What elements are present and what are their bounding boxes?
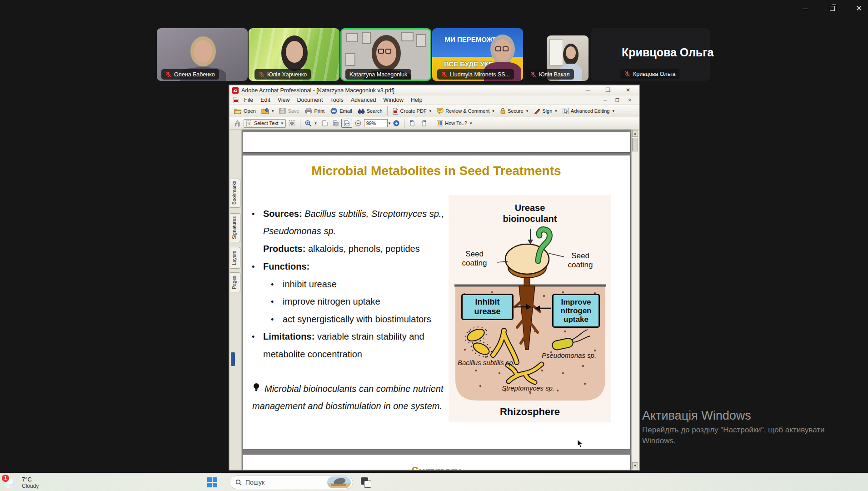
tab-bookmarks[interactable]: Bookmarks: [230, 179, 240, 208]
print-button[interactable]: Print: [302, 106, 328, 115]
zoom-out-button[interactable]: [352, 119, 364, 128]
slide-line-functions: Functions:: [263, 261, 309, 272]
weather-condition: Cloudy: [22, 483, 39, 489]
email-icon: [330, 108, 338, 114]
menu-window[interactable]: Window: [379, 96, 407, 104]
scrollbar-down-icon[interactable]: ▼: [632, 462, 638, 469]
search-highlight-image: [327, 476, 351, 488]
menu-tools[interactable]: Tools: [327, 96, 347, 104]
slide-subline-2: improve nitrogen uptake: [283, 296, 380, 307]
mic-muted-icon: [530, 71, 536, 77]
zoom-in-tool-icon: [305, 120, 312, 127]
window-close-icon[interactable]: ✕: [623, 87, 634, 94]
binoculars-search-icon: [358, 108, 365, 114]
tab-pages[interactable]: Pages: [230, 272, 240, 292]
app-close-icon[interactable]: ✕: [852, 4, 866, 14]
windows-activation-line2: Windows.: [642, 436, 676, 446]
advanced-editing-icon: [563, 108, 569, 114]
secure-button[interactable]: Secure▾: [497, 106, 531, 115]
rotate-ccw-button[interactable]: [406, 119, 418, 128]
create-pdf-button[interactable]: Create PDF▾: [389, 106, 434, 116]
hand-tool-icon: [234, 120, 241, 127]
organizer-button[interactable]: ▾: [259, 106, 277, 115]
scrollbar-thumb[interactable]: [632, 138, 638, 151]
document-area[interactable]: Microbial Metabolites in Seed Treatments…: [242, 130, 631, 470]
pdf-page-fragment-top: [243, 132, 630, 152]
app-minimize-icon[interactable]: ─: [798, 4, 812, 14]
start-button[interactable]: [207, 477, 219, 489]
organizer-icon: [261, 108, 269, 114]
how-to-button[interactable]: How To..?▾: [434, 119, 474, 128]
fit-page-button[interactable]: [330, 119, 341, 128]
participant-name-label: Юлія Вакал: [526, 69, 574, 80]
svg-text:T: T: [248, 121, 250, 126]
review-comment-button[interactable]: Review & Comment▾: [434, 106, 497, 115]
window-minimize-icon[interactable]: ─: [583, 87, 594, 94]
pane-scroll-indicator[interactable]: [231, 352, 235, 366]
bacillus-label: Bacillus subtilis sp.: [458, 359, 515, 366]
slide-line-products: Products: alkaloids, phenols, peptides: [263, 244, 420, 254]
search-button[interactable]: Search: [355, 106, 385, 115]
fit-width-button-active[interactable]: [341, 119, 352, 128]
rotate-ccw-icon: [409, 120, 415, 126]
participant-name-label: Юлія Харченко: [254, 69, 311, 80]
tab-layers[interactable]: Layers: [230, 247, 240, 269]
slide-title: Microbial Metabolites in Seed Treatments: [243, 164, 630, 178]
app-restore-icon[interactable]: [825, 4, 839, 14]
acrobat-window: Adobe Acrobat Professional - [Katarzyna …: [229, 85, 640, 471]
scrollbar-up-icon[interactable]: ▲: [632, 130, 638, 137]
snapshot-tool-button[interactable]: [286, 119, 298, 128]
menu-help[interactable]: Help: [407, 96, 426, 104]
acrobat-titlebar[interactable]: Adobe Acrobat Professional - [Katarzyna …: [229, 85, 639, 95]
menu-document[interactable]: Document: [294, 96, 327, 104]
rhizosphere-diagram: Urease bioinoculant Seed coating Seed co…: [449, 195, 611, 422]
streptomyces-label: Streptomyces sp.: [494, 384, 562, 392]
tab-signatures[interactable]: Signatures: [230, 213, 240, 242]
wall-picture: [346, 33, 358, 42]
slide-subline-1: inhibit urease: [283, 279, 337, 290]
advanced-editing-button[interactable]: Advanced Editing▾: [560, 106, 617, 115]
wall-picture: [345, 53, 355, 66]
save-icon: [279, 108, 286, 114]
window-restore-icon[interactable]: ❐: [603, 87, 614, 94]
open-button[interactable]: Open: [231, 106, 259, 115]
taskbar: 1 7°C Cloudy Пошук: [0, 473, 868, 491]
menu-advanced[interactable]: Advanced: [347, 96, 380, 104]
search-box[interactable]: Пошук: [229, 476, 353, 489]
weather-widget[interactable]: 1 7°C Cloudy: [3, 474, 71, 491]
zoom-in-button[interactable]: [390, 119, 402, 128]
snapshot-tool-icon: [289, 120, 295, 126]
email-button[interactable]: Email: [327, 106, 355, 115]
zoom-tool-button[interactable]: ▾: [302, 119, 319, 128]
wall-picture: [416, 34, 426, 47]
rotate-cw-button[interactable]: [418, 119, 430, 128]
zoom-level-input[interactable]: 99%: [364, 119, 388, 127]
menu-view[interactable]: View: [274, 96, 294, 104]
hand-tool-button[interactable]: [231, 119, 244, 128]
save-button-disabled[interactable]: Save: [276, 106, 302, 115]
seed-coating-left-label: Seed coating: [455, 250, 494, 268]
zoom-out-icon: [355, 120, 361, 126]
glasses: [495, 46, 509, 51]
participant-big-name: Кривцова Ольга: [622, 46, 713, 59]
mic-muted-icon: [259, 71, 264, 77]
menu-edit[interactable]: Edit: [257, 96, 274, 104]
sign-button[interactable]: Sign▾: [531, 106, 560, 115]
slide-subline-3: act synergistically with biostimulators: [283, 314, 431, 325]
task-view-button[interactable]: [361, 477, 373, 488]
seed-coating-right-label: Seed coating: [562, 251, 599, 270]
windows-activation-title: Активація Windows: [642, 409, 751, 423]
print-icon: [305, 108, 313, 114]
mdi-window-controls[interactable]: ─ ❐ ✕: [604, 98, 635, 103]
slide-line-limitations-2: metabolite concentration: [263, 349, 362, 360]
participant-name-label: Katarzyna Macegoniuk: [345, 69, 411, 80]
select-text-icon: T: [246, 120, 252, 126]
participant-face: [566, 46, 576, 59]
menu-file[interactable]: File: [240, 96, 257, 104]
fit-width-icon: [344, 120, 349, 126]
select-text-button[interactable]: T Select Text▾: [244, 119, 286, 128]
actual-size-button[interactable]: [319, 119, 330, 128]
document-scrollbar[interactable]: ▲ ▼: [631, 130, 639, 470]
participant-face: [286, 41, 303, 63]
navigation-pane-strip: Bookmarks Signatures Layers Pages Commen…: [229, 130, 242, 470]
